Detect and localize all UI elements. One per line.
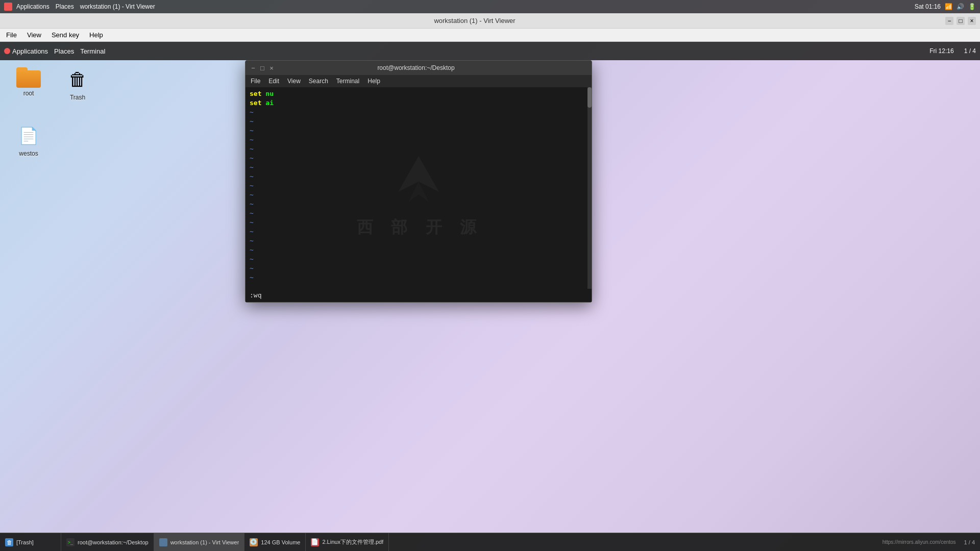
vim-tilde-14: ~ xyxy=(250,227,587,236)
folder-body xyxy=(16,70,41,88)
vim-tilde-15: ~ xyxy=(250,236,587,245)
terminal-scrollbar-thumb[interactable] xyxy=(587,87,592,108)
terminal-menu-view[interactable]: View xyxy=(284,77,304,86)
taskbar-volume-icon: 💿 xyxy=(250,538,258,546)
vim-command-text: :wq xyxy=(250,291,261,299)
panel-places-label[interactable]: Places xyxy=(54,47,74,55)
taskbar-trash-label: [Trash] xyxy=(16,539,34,545)
vim-tilde-16: ~ xyxy=(250,245,587,255)
vim-tilde-1: ~ xyxy=(250,108,587,117)
vim-tilde-10: ~ xyxy=(250,190,587,199)
virt-viewer-maximize-button[interactable]: □ xyxy=(957,17,965,25)
terminal-menu-file[interactable]: File xyxy=(248,77,263,86)
taskbar-pdf-icon: 📄 xyxy=(311,538,319,546)
terminal-btn-group[interactable]: − □ × xyxy=(250,64,275,71)
panel-terminal-label[interactable]: Terminal xyxy=(80,47,105,55)
taskbar-item-trash[interactable]: 🗑 [Trash] xyxy=(0,533,61,551)
panel-page-count: 1 / 4 xyxy=(964,47,976,55)
panel-right: Fri 12:16 1 / 4 xyxy=(929,47,976,55)
terminal-minimize-button[interactable]: − xyxy=(250,64,257,71)
vim-line-1: set nu xyxy=(250,89,587,98)
terminal-titlebar: − □ × root@workstation:~/Desktop xyxy=(246,61,592,75)
vim-tilde-17: ~ xyxy=(250,255,587,264)
panel-apps-dot-icon xyxy=(4,48,10,54)
vim-tilde-13: ~ xyxy=(250,218,587,227)
taskbar-virt-viewer-icon xyxy=(159,538,167,546)
terminal-window: − □ × root@workstation:~/Desktop File Ed… xyxy=(245,60,592,303)
taskbar-pdf-label: 2.Linux下的文件管理.pdf xyxy=(322,538,383,546)
host-apps-label[interactable]: Applications xyxy=(16,3,50,10)
virt-viewer-close-button[interactable]: × xyxy=(968,17,976,25)
root-icon-label: root xyxy=(23,90,34,97)
taskbar: 🗑 [Trash] >_ root@workstation:~/Desktop … xyxy=(0,533,980,551)
host-places-label[interactable]: Places xyxy=(56,3,74,10)
taskbar-page-count: 1 / 4 xyxy=(964,539,975,545)
virt-viewer-menubar: File View Send key Help xyxy=(0,29,980,42)
terminal-scrollbar[interactable] xyxy=(587,87,592,291)
system-bar-right: Sat 01:16 📶 🔊 🔋 xyxy=(915,3,976,10)
taskbar-terminal-icon: >_ xyxy=(66,538,75,546)
taskbar-item-terminal[interactable]: >_ root@workstation:~/Desktop xyxy=(61,533,154,551)
taskbar-trash-icon: 🗑 xyxy=(5,538,13,546)
terminal-menu-terminal[interactable]: Terminal xyxy=(333,77,362,86)
speaker-icon: 🔊 xyxy=(957,3,964,10)
taskbar-item-volume[interactable]: 💿 124 GB Volume xyxy=(244,533,306,551)
desktop-icon-westos[interactable]: 📄 westos xyxy=(8,121,49,159)
system-time: Sat 01:16 xyxy=(915,3,941,10)
terminal-menubar: File Edit View Search Terminal Help xyxy=(246,75,592,87)
vim-tilde-2: ~ xyxy=(250,117,587,126)
virt-menu-view[interactable]: View xyxy=(23,30,45,40)
terminal-icon-symbol: >_ xyxy=(68,540,73,545)
vim-tilde-12: ~ xyxy=(250,209,587,218)
set-value-2: ai xyxy=(265,99,274,107)
terminal-menu-help[interactable]: Help xyxy=(364,77,383,86)
desktop-icon-root[interactable]: root xyxy=(8,65,49,99)
vim-tilde-19: ~ xyxy=(250,273,587,282)
westos-file-icon: 📄 xyxy=(16,123,41,148)
taskbar-item-virt-viewer[interactable]: workstation (1) - Virt Viewer xyxy=(154,533,245,551)
virt-menu-help[interactable]: Help xyxy=(85,30,107,40)
terminal-menu-edit[interactable]: Edit xyxy=(265,77,282,86)
system-bar-left: Applications Places workstation (1) - Vi… xyxy=(4,3,155,11)
panel-apps-menu[interactable]: Applications xyxy=(4,47,48,55)
vim-tilde-11: ~ xyxy=(250,199,587,209)
vim-tilde-8: ~ xyxy=(250,172,587,181)
taskbar-item-pdf[interactable]: 📄 2.Linux下的文件管理.pdf xyxy=(306,533,389,551)
desktop-panel: Applications Places Terminal Fri 12:16 1… xyxy=(0,42,980,60)
virt-viewer-minimize-button[interactable]: − xyxy=(945,17,953,25)
vim-tilde-3: ~ xyxy=(250,126,587,135)
vim-tilde-4: ~ xyxy=(250,135,587,144)
virt-viewer-titlebar: workstation (1) - Virt Viewer − □ × xyxy=(0,13,980,29)
desktop-area: root 🗑 Trash 📄 westos − □ × root@worksta… xyxy=(0,60,980,533)
virt-menu-send-key[interactable]: Send key xyxy=(47,30,83,40)
virt-viewer-btn-group[interactable]: − □ × xyxy=(945,17,976,25)
panel-time: Fri 12:16 xyxy=(929,47,953,55)
system-bar: Applications Places workstation (1) - Vi… xyxy=(0,0,980,13)
host-window-title: workstation (1) - Virt Viewer xyxy=(80,3,155,10)
set-keyword-1: set xyxy=(250,90,265,97)
root-folder-icon xyxy=(16,67,41,88)
virt-viewer-title: workstation (1) - Virt Viewer xyxy=(4,17,945,24)
network-icon: 📶 xyxy=(945,3,952,10)
trash-icon: 🗑 xyxy=(65,67,90,92)
vim-tilde-7: ~ xyxy=(250,163,587,172)
battery-icon: 🔋 xyxy=(968,3,976,10)
vim-line-2: set ai xyxy=(250,98,587,108)
virt-menu-file[interactable]: File xyxy=(2,30,21,40)
taskbar-virt-viewer-label: workstation (1) - Virt Viewer xyxy=(170,539,239,545)
trash-icon-label: Trash xyxy=(70,94,85,101)
terminal-menu-search[interactable]: Search xyxy=(306,77,331,86)
vim-command-line: :wq xyxy=(246,289,592,302)
host-apps-icon xyxy=(4,3,12,11)
taskbar-terminal-label: root@workstation:~/Desktop xyxy=(78,539,149,545)
terminal-body[interactable]: 西 部 开 源 set nu set ai ~ ~ ~ ~ ~ ~ ~ ~ ~ … xyxy=(246,87,592,302)
terminal-title: root@workstation:~/Desktop xyxy=(275,64,557,71)
taskbar-right: https://mirrors.aliyun.com/centos 1 / 4 xyxy=(877,533,980,551)
desktop-icon-trash[interactable]: 🗑 Trash xyxy=(57,65,98,103)
set-value-1: nu xyxy=(265,90,274,97)
vim-tilde-18: ~ xyxy=(250,264,587,273)
terminal-maximize-button[interactable]: □ xyxy=(259,64,266,71)
set-keyword-2: set xyxy=(250,99,265,107)
panel-apps-label[interactable]: Applications xyxy=(12,47,48,55)
terminal-close-button[interactable]: × xyxy=(268,64,275,71)
